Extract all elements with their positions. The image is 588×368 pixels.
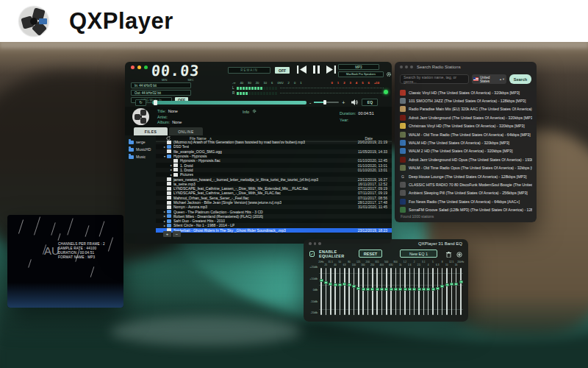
slider-knob[interactable] [380,288,384,291]
star-streak [51,222,56,235]
country-select[interactable]: United States ▲▼ [472,74,506,84]
slider-knob[interactable] [454,283,458,286]
speaker-icon[interactable] [351,99,358,106]
station-row[interactable]: Fox News Radio (The United States Of Ame… [400,197,532,205]
pause-button[interactable] [313,66,320,74]
slider-knob[interactable] [329,283,332,286]
station-row[interactable]: Radio Paradise Main Mix (EU) 320k AAC (T… [400,105,532,113]
station-row[interactable]: WALM - Old Time Radio (The United States… [400,130,532,138]
slider-knob[interactable] [348,283,351,286]
vu-tick: 6 [271,81,273,85]
slider-track [358,268,359,315]
slider-knob[interactable] [440,285,444,288]
slider-knob[interactable] [370,288,374,291]
reset-button[interactable]: RESET [359,250,382,258]
info-gear-icon[interactable] [252,109,257,114]
volume-knob[interactable] [323,100,326,105]
seek-slider[interactable] [152,101,306,105]
station-row[interactable]: Christmas Vinyl HD (The United States Of… [400,122,532,130]
slider-knob[interactable] [450,283,453,286]
station-label: SomaFM Groove Salad (128k MP3) (The Unit… [409,208,532,212]
station-search-input[interactable]: Search by station name, tag, or genre... [400,74,469,84]
station-row[interactable]: GDeep House Lounge (The United States Of… [400,172,532,180]
slider-knob[interactable] [408,288,412,291]
tab-files[interactable]: FILES [134,127,168,135]
slider-knob[interactable] [459,280,463,283]
zoom-button[interactable] [318,242,321,245]
slider-knob[interactable] [338,283,342,286]
remain-off-button[interactable]: OFF [275,67,290,74]
slider-knob[interactable] [356,287,360,290]
next-button[interactable] [326,66,336,74]
remove-file-button[interactable]: − [173,231,181,237]
station-row[interactable]: Ambient Sleeping Pill (The United States… [400,189,532,197]
add-file-button[interactable]: + [163,231,171,237]
slider-knob[interactable] [334,283,337,286]
slider-knob[interactable] [384,288,388,291]
station-row[interactable]: Adroit Jazz Underground HD Opus (The Uni… [400,155,532,163]
file-row[interactable]: ▸Taxi_next [156,233,392,233]
window-controls[interactable] [309,242,321,245]
slider-knob[interactable] [417,288,421,291]
minimize-button[interactable] [405,66,408,68]
slider-knob[interactable] [394,288,398,291]
volume-up-label[interactable]: + [342,100,345,105]
eq-band-slider[interactable]: 20kHz [459,261,463,317]
slider-knob[interactable] [404,288,407,291]
delete-preset-icon[interactable] [446,247,451,261]
slider-knob[interactable] [343,283,346,286]
zoom-button[interactable] [410,66,413,68]
slider-knob[interactable] [422,288,426,291]
station-row[interactable]: WALM HD (The United States Of America) -… [400,138,532,146]
station-row[interactable]: 101 SMOOTH JAZZ (The United States Of Am… [400,96,532,105]
slider-knob[interactable] [431,288,435,291]
station-row[interactable]: Adroit Jazz Underground (The United Stat… [400,113,532,121]
station-list: Classic Vinyl HD (The United States Of A… [400,88,532,214]
app-logo-reel-icon [19,7,49,36]
close-button[interactable] [400,66,403,68]
slider-track [437,268,439,315]
station-row[interactable]: CLASSIC HITS RADIO 70 80 DiscoFunk Moder… [400,180,532,188]
slider-knob[interactable] [362,288,365,291]
preset-select[interactable]: New EQ 1 [400,250,437,258]
slider-knob[interactable] [390,288,393,291]
search-button[interactable]: Search [509,74,531,84]
slider-track [414,268,415,315]
equalizer-window-title: QXPlayer 31 Band EQ [418,241,462,246]
slider-knob[interactable] [412,288,416,291]
slider-knob[interactable] [376,288,379,291]
slider-knob[interactable] [398,288,402,291]
station-row[interactable]: SomaFM Groove Salad (128k MP3) (The Unit… [400,205,532,213]
volume-slider[interactable] [314,102,339,103]
slider-knob[interactable] [436,287,440,290]
sidebar-item[interactable]: serge [125,138,156,146]
previous-button[interactable] [297,66,306,74]
slider-knob[interactable] [324,281,328,284]
station-row[interactable]: WALM 2 HD (The United States Of America)… [400,147,532,155]
volume-down-label[interactable]: - [309,100,311,105]
slider-knob[interactable] [426,288,430,291]
slider-track [451,268,453,315]
sidebar-item[interactable]: MusicHD [125,146,156,153]
window-controls[interactable] [400,66,413,68]
enable-equalizer-checkbox[interactable]: ✓ [309,251,315,257]
station-row[interactable]: Classic Vinyl HD (The United States Of A… [400,88,532,96]
remain-display[interactable]: REMAIN [228,67,270,74]
save-preset-icon[interactable] [456,247,462,261]
station-row[interactable]: WALM - Old Time Radio Opus (The United S… [400,164,532,172]
slider-knob[interactable] [445,283,449,286]
close-button[interactable] [309,242,312,245]
minimize-button[interactable] [314,242,317,245]
seek-knob[interactable] [154,100,157,105]
slider-track [428,268,429,315]
slider-knob[interactable] [366,288,370,291]
loop-button[interactable]: ↻ [135,99,146,106]
sidebar-item[interactable]: Music [125,153,156,160]
tab-online[interactable]: ONLINE [169,127,203,135]
media-info-overlay: CHANNELS PER FRAME : 2SAMPLE RATE : 4410… [58,242,105,260]
slider-knob[interactable] [320,279,323,282]
gear-icon[interactable] [386,71,392,78]
slider-knob[interactable] [352,285,356,288]
output-device-select[interactable]: MacBook Pro Speakers [338,71,384,77]
eq-toggle-button[interactable]: EQ [362,99,378,106]
